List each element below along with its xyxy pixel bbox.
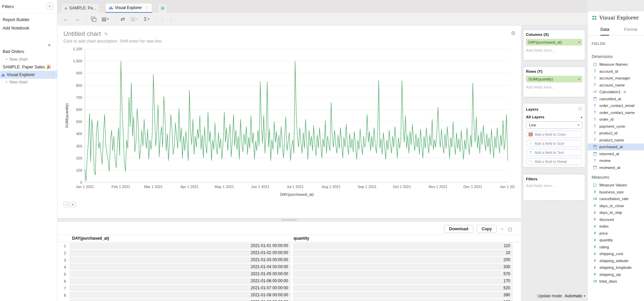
table-row[interactable]: 72021-01-07 00:00:00520 [57, 285, 521, 291]
rows-field-pill[interactable]: SUM(quantity) ▾ [526, 76, 582, 82]
table-row[interactable]: 22021-01-02 00:00:0010 [57, 250, 521, 256]
copy-button[interactable]: Copy [477, 225, 497, 233]
field-item-purchased-at[interactable]: purchased_at [588, 143, 644, 150]
sort-descending-button[interactable]: ↓ [170, 16, 172, 22]
field-item-price[interactable]: #price [588, 230, 644, 237]
sort-ascending-button[interactable]: ↑ [161, 16, 164, 22]
size-drop-target[interactable]: ○ Add a field to Size [526, 140, 582, 147]
field-item-index[interactable]: #index [588, 223, 644, 230]
kebab-menu-icon[interactable]: ⋮ [51, 71, 55, 79]
text-drop-target[interactable]: T Add a field to Text [526, 149, 582, 156]
collapse-sidebar-icon[interactable]: « [46, 3, 53, 9]
columns-field-pill[interactable]: DAY(purchased_at) ▾ [526, 39, 582, 46]
field-item-order-contact-name[interactable]: Torder_contact_name [588, 109, 644, 116]
field-item-cancelled-at[interactable]: cancelled_at [588, 96, 644, 103]
table-row[interactable]: 82021-01-08 00:00:00390 [57, 292, 521, 298]
gear-icon[interactable]: ⚙ [623, 90, 626, 94]
cell-quantity[interactable]: 100 [293, 299, 513, 301]
chart-type-button[interactable]: ▤▾ [102, 16, 109, 22]
cell-quantity[interactable]: 10 [293, 250, 513, 256]
field-item-review[interactable]: Treview [588, 157, 644, 164]
field-item-product-name[interactable]: Tproduct_name [588, 137, 644, 144]
cell-quantity[interactable]: 170 [293, 278, 513, 284]
cell-purchased-at[interactable]: 2021-01-01 00:00:00 [69, 243, 291, 249]
field-item-shipping-latitude[interactable]: #shipping_latitude [588, 257, 644, 264]
swap-axes-button[interactable]: ⇄ [120, 16, 125, 22]
minimize-table-icon[interactable]: − [500, 227, 504, 232]
cell-quantity[interactable]: 390 [293, 292, 513, 298]
color-drop-target[interactable]: Add a field to Color [526, 131, 582, 138]
table-row[interactable]: 92021-01-09 00:00:00100 [57, 299, 521, 301]
columns-shelf[interactable]: Columns (X) DAY(purchased_at) ▾ Add fiel… [523, 29, 585, 60]
cell-purchased-at[interactable]: 2021-01-02 00:00:00 [69, 250, 291, 256]
sidebar-item-new-chart-1[interactable]: +New chart [0, 56, 57, 63]
zoom-out-button[interactable]: − [63, 202, 69, 207]
field-item-discount[interactable]: #discount [588, 216, 644, 223]
info-icon[interactable]: ⓘ [578, 106, 582, 112]
cell-purchased-at[interactable]: 2021-01-03 00:00:00 [69, 257, 291, 263]
edit-title-icon[interactable]: ✎ [104, 32, 108, 37]
sidebar-item-sample-paper-sales[interactable]: SAMPLE: Paper Sales 🎉 [0, 64, 57, 70]
field-item-account-manager[interactable]: Taccount_manager [588, 75, 644, 82]
detail-drop-target[interactable]: ∷ Add a field to Detail [526, 158, 582, 165]
cell-purchased-at[interactable]: 2021-01-09 00:00:00 [69, 299, 291, 301]
table-row[interactable]: 32021-01-03 00:00:00200 [57, 257, 521, 263]
cell-purchased-at[interactable]: 2021-01-07 00:00:00 [69, 285, 291, 291]
cell-purchased-at[interactable]: 2021-01-08 00:00:00 [69, 292, 291, 298]
zoom-in-button[interactable]: + [70, 202, 75, 207]
sidebar-item-report-builder[interactable]: Report Builder [0, 16, 57, 23]
field-item-order-id[interactable]: Torder_id [588, 116, 644, 123]
mark-type-button[interactable]: ▥▾ [131, 16, 138, 22]
chart-title[interactable]: Untitled chart [63, 30, 101, 38]
field-item-reviewed-at[interactable]: reviewed_at [588, 164, 644, 171]
expand-table-icon[interactable]: ▢ [507, 227, 513, 232]
chevron-down-icon[interactable]: ▾ [578, 77, 580, 81]
column-header-purchased-at[interactable]: DAY(purchased_at) [69, 236, 291, 241]
aggregate-button[interactable]: Σ▾ [144, 16, 149, 22]
download-button[interactable]: Download [444, 225, 473, 233]
field-item-shipping-cost[interactable]: #shipping_cost [588, 250, 644, 257]
table-row[interactable]: 62021-01-06 00:00:00170 [57, 278, 521, 284]
kebab-menu-icon[interactable]: ⋮ [145, 5, 149, 10]
field-item-rating[interactable]: #rating [588, 244, 644, 251]
sidebar-item-new-chart-2[interactable]: +New chart [0, 79, 57, 85]
rows-shelf[interactable]: Rows (Y) SUM(quantity) ▾ Add fields here… [523, 66, 585, 97]
tab-format[interactable]: Format [624, 24, 637, 36]
duplicate-chart-button[interactable] [91, 17, 96, 21]
sidebar-item-bad-orders[interactable]: Bad Orders [0, 48, 57, 55]
update-mode-select[interactable]: Automatic ▾ [565, 294, 585, 298]
cell-quantity[interactable]: 570 [293, 271, 513, 277]
tab-data[interactable]: Data [600, 24, 609, 36]
field-item-account-name[interactable]: Taccount_name [588, 82, 644, 89]
cell-quantity[interactable]: 110 [293, 243, 513, 249]
chart-settings-gear-icon[interactable]: ⚙ [511, 30, 516, 36]
field-item-total-days[interactable]: =#total_days [588, 278, 644, 285]
table-row[interactable]: 12021-01-01 00:00:00110 [57, 243, 521, 249]
chevron-down-icon[interactable]: ▾ [578, 41, 580, 44]
tab-new-chart[interactable]: ⊞ [158, 3, 168, 13]
field-item-measure-names[interactable]: Measure Names [588, 61, 644, 68]
line-chart[interactable]: 01002003004005006007008009001,0001,100Ja… [63, 46, 515, 200]
field-item-calculation1[interactable]: =TCalculation1⚙ [588, 88, 644, 96]
field-item-days-to-ship[interactable]: #days_to_ship [588, 209, 644, 216]
cell-purchased-at[interactable]: 2021-01-04 00:00:00 [69, 264, 291, 270]
add-item-button[interactable]: + [46, 42, 52, 48]
cell-quantity[interactable]: 330 [293, 264, 513, 270]
field-item-shipping-longitude[interactable]: #shipping_longitude [588, 264, 644, 271]
field-item-quantity[interactable]: #quantity [588, 237, 644, 244]
field-item-days-to-close[interactable]: #days_to_close [588, 202, 644, 209]
chart-description-placeholder[interactable]: Click to add chart description. Shift-en… [63, 39, 515, 44]
field-item-order-contact-email[interactable]: Torder_contact_email [588, 102, 644, 109]
sidebar-item-visual-explorer[interactable]: Visual Explorer ⋮ [0, 71, 57, 79]
tab-visual-explorer[interactable]: Visual Explorer ⋮ [105, 3, 152, 13]
field-item-returned-at[interactable]: returned_at [588, 150, 644, 158]
cell-quantity[interactable]: 200 [293, 257, 513, 263]
field-item-account-id[interactable]: Taccount_id [588, 68, 644, 75]
field-item-cancellation-rate[interactable]: =#cancellation_rate [588, 195, 644, 202]
mark-type-select[interactable]: Line ▾ [526, 121, 582, 129]
resize-handle[interactable] [281, 219, 297, 221]
field-item-measure-values[interactable]: Measure Values [588, 182, 644, 189]
column-header-quantity[interactable]: quantity [291, 236, 521, 241]
cell-quantity[interactable]: 520 [293, 285, 513, 291]
all-layers-row[interactable]: All Layers ▴ [526, 115, 582, 119]
